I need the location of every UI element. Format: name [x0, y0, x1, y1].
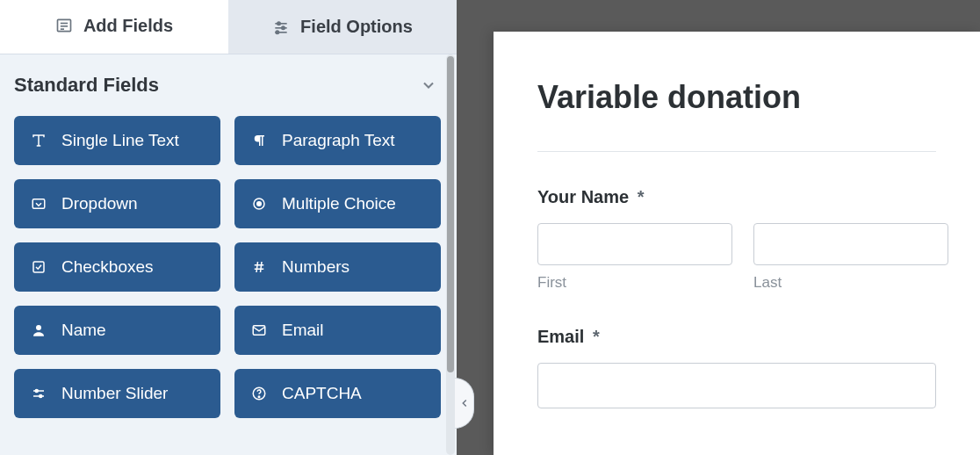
field-label: Checkboxes: [61, 257, 154, 277]
hash-icon: [250, 258, 268, 276]
tab-label: Add Fields: [83, 16, 173, 36]
svg-point-7: [282, 26, 285, 29]
svg-point-25: [40, 395, 42, 398]
name-row: First Last: [537, 223, 936, 292]
section-title: Standard Fields: [14, 74, 159, 97]
field-grid: Single Line Text Paragraph Text Dropdown: [14, 116, 441, 418]
tab-label: Field Options: [300, 17, 413, 37]
field-checkboxes[interactable]: Checkboxes: [14, 242, 220, 292]
dropdown-icon: [30, 195, 47, 213]
field-label: Number Slider: [61, 384, 168, 403]
last-name-input[interactable]: [753, 223, 948, 265]
sliders-icon: [272, 18, 290, 36]
chevron-down-icon: [420, 76, 437, 94]
field-captcha[interactable]: CAPTCHA: [234, 369, 441, 418]
form-card: Variable donation Your Name * First Last…: [494, 32, 980, 455]
svg-rect-15: [33, 262, 44, 272]
tab-add-fields[interactable]: Add Fields: [0, 0, 228, 54]
svg-point-5: [277, 22, 280, 25]
chevron-left-icon: [458, 397, 471, 409]
field-numbers[interactable]: Numbers: [234, 242, 441, 292]
svg-point-14: [257, 202, 262, 206]
svg-line-19: [261, 262, 263, 272]
scrollbar-thumb[interactable]: [447, 56, 454, 372]
field-label: Single Line Text: [61, 131, 179, 150]
field-label: Multiple Choice: [282, 194, 396, 213]
tabs: Add Fields Field Options: [0, 0, 457, 54]
field-paragraph-text[interactable]: Paragraph Text: [234, 116, 441, 165]
first-name-sublabel: First: [537, 274, 732, 292]
first-name-input[interactable]: [537, 223, 732, 265]
form-preview: Variable donation Your Name * First Last…: [457, 0, 980, 455]
field-label: Email: [282, 321, 324, 340]
svg-point-20: [36, 325, 41, 330]
tab-field-options[interactable]: Field Options: [228, 0, 457, 54]
form-title: Variable donation: [537, 79, 936, 116]
field-label: Paragraph Text: [282, 131, 395, 150]
text-icon: [30, 132, 47, 149]
checkbox-icon: [30, 258, 47, 276]
field-email[interactable]: Email: [234, 306, 441, 355]
divider: [537, 151, 936, 152]
sliders-icon: [30, 385, 47, 402]
email-field-label: Email *: [537, 327, 936, 347]
fields-panel: Standard Fields Single Line Text Para: [0, 54, 457, 455]
field-number-slider[interactable]: Number Slider: [14, 369, 220, 418]
field-dropdown[interactable]: Dropdown: [14, 179, 220, 228]
svg-point-27: [258, 396, 260, 398]
svg-point-9: [276, 31, 278, 33]
svg-line-18: [256, 262, 258, 272]
list-icon: [55, 17, 73, 34]
scrollbar[interactable]: [446, 54, 455, 455]
field-name[interactable]: Name: [14, 306, 220, 355]
field-label: Name: [61, 321, 106, 340]
radio-icon: [250, 195, 268, 213]
required-asterisk: *: [638, 187, 645, 206]
field-label: Dropdown: [61, 194, 138, 213]
name-field-label: Your Name *: [537, 187, 936, 207]
svg-rect-12: [32, 199, 45, 209]
envelope-icon: [250, 321, 268, 339]
field-label: Numbers: [282, 257, 349, 277]
section-header-standard[interactable]: Standard Fields: [14, 54, 441, 116]
paragraph-icon: [250, 132, 268, 149]
sidebar: Add Fields Field Options Standard Fields: [0, 0, 457, 455]
field-multiple-choice[interactable]: Multiple Choice: [234, 179, 441, 228]
email-input[interactable]: [537, 363, 936, 408]
user-icon: [30, 321, 47, 339]
field-single-line-text[interactable]: Single Line Text: [14, 116, 220, 165]
question-icon: [250, 385, 268, 402]
svg-point-23: [35, 390, 38, 393]
field-label: CAPTCHA: [282, 384, 362, 403]
last-name-sublabel: Last: [753, 274, 948, 292]
required-asterisk: *: [593, 327, 600, 346]
